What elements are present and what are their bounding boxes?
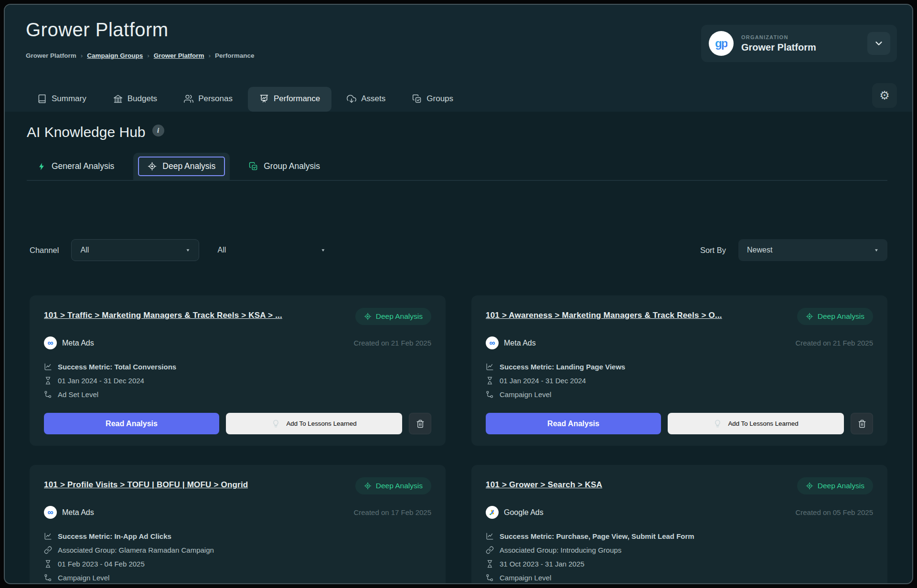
meta-ads-icon: ∞: [44, 506, 57, 519]
created-date: Created on 05 Feb 2025: [795, 508, 873, 516]
tab-summary[interactable]: Summary: [26, 87, 98, 112]
deep-analysis-badge: Deep Analysis: [355, 477, 431, 494]
analysis-cards-grid: 101 > Traffic > Marketing Managers & Tra…: [30, 295, 887, 584]
success-metric-row: Success Metric: Total Conversions: [44, 360, 431, 374]
copy-check-icon: [249, 162, 258, 171]
dropdown-arrow-icon: ▼: [186, 248, 191, 252]
dropdown-arrow-icon: ▼: [874, 248, 879, 252]
breadcrumb-separator-icon: ›: [209, 52, 211, 59]
target-icon: [806, 482, 813, 490]
chart-line-icon: [44, 532, 52, 540]
deep-analysis-badge: Deep Analysis: [355, 308, 431, 325]
channel-chip: ∞ Meta Ads: [486, 336, 536, 349]
google-ads-icon: [486, 506, 499, 519]
card-title-link[interactable]: 101 > Grower > Search > KSA: [486, 477, 602, 490]
page-title: AI Knowledge Hub: [27, 124, 146, 140]
breadcrumb-item: Grower Platform: [26, 52, 76, 59]
hierarchy-icon: [44, 390, 52, 399]
analysis-card: 101 > Grower > Search > KSA Deep Analysi…: [471, 465, 887, 584]
channel-select[interactable]: All ▼: [71, 239, 199, 261]
bank-icon: [113, 94, 123, 104]
success-metric-row: Success Metric: Landing Page Views: [486, 360, 873, 374]
hierarchy-icon: [486, 390, 494, 399]
settings-button[interactable]: ⚙: [872, 83, 897, 108]
breadcrumb-item-campaign-groups[interactable]: Campaign Groups: [87, 52, 143, 59]
trash-icon: [416, 420, 425, 428]
created-date: Created on 17 Feb 2025: [353, 508, 431, 516]
performance-panel: AI Knowledge Hub i General Analysis Deep…: [5, 124, 912, 584]
copy-check-icon: [412, 94, 422, 104]
date-range-row: 31 Oct 2023 - 31 Jan 2025: [486, 557, 873, 571]
app-window: Grower Platform Grower Platform › Campai…: [4, 4, 913, 584]
channel-label: Meta Ads: [62, 508, 94, 517]
chart-line-icon: [44, 363, 52, 371]
chart-line-icon: [486, 532, 494, 540]
meta-ads-icon: ∞: [44, 336, 57, 349]
success-metric-row: Success Metric: In-App Ad Clicks: [44, 529, 431, 543]
tab-general-analysis[interactable]: General Analysis: [27, 153, 125, 180]
tab-performance[interactable]: Performance: [248, 87, 331, 112]
read-analysis-button[interactable]: Read Analysis: [44, 413, 219, 434]
info-icon[interactable]: i: [152, 125, 164, 136]
date-range-row: 01 Jan 2024 - 31 Dec 2024: [486, 374, 873, 388]
level-row: Campaign Level: [486, 388, 873, 401]
associated-group-row: Associated Group: Introducing Groups: [486, 543, 873, 557]
channel-chip: ∞ Meta Ads: [44, 506, 94, 519]
target-icon: [364, 482, 372, 490]
target-icon: [148, 162, 157, 171]
sort-select[interactable]: Newest ▼: [738, 239, 887, 261]
read-analysis-button[interactable]: Read Analysis: [486, 413, 661, 434]
chart-line-icon: [486, 363, 494, 371]
channel-filter-label: Channel: [30, 246, 59, 255]
book-icon: [37, 94, 47, 104]
page-header: Grower Platform Grower Platform › Campai…: [5, 5, 912, 112]
hourglass-icon: [44, 377, 52, 385]
breadcrumb-item-grower-platform[interactable]: Grower Platform: [154, 52, 204, 59]
tab-assets[interactable]: Assets: [335, 87, 397, 112]
target-icon: [806, 313, 813, 320]
level-row: Campaign Level: [44, 571, 431, 584]
organization-avatar: gp: [709, 31, 734, 56]
breadcrumb: Grower Platform › Campaign Groups › Grow…: [26, 52, 255, 59]
tab-group-analysis[interactable]: Group Analysis: [238, 153, 331, 180]
level-row: Ad Set Level: [44, 388, 431, 401]
target-icon: [364, 313, 372, 320]
delete-button[interactable]: [851, 413, 873, 434]
app-title: Grower Platform: [26, 19, 255, 41]
level-row: Campaign Level: [486, 571, 873, 584]
breadcrumb-separator-icon: ›: [81, 52, 83, 59]
add-to-lessons-button[interactable]: Add To Lessons Learned: [226, 413, 402, 434]
hierarchy-icon: [486, 574, 494, 582]
breadcrumb-separator-icon: ›: [147, 52, 149, 59]
deep-analysis-badge: Deep Analysis: [797, 308, 873, 325]
meta-ads-icon: ∞: [486, 336, 499, 349]
tab-groups[interactable]: Groups: [401, 87, 465, 112]
lightbulb-icon: [713, 419, 722, 428]
tab-personas[interactable]: Personas: [172, 87, 244, 112]
secondary-filter-select[interactable]: All ▼: [209, 239, 334, 261]
organization-switcher[interactable]: gp ORGANIZATION Grower Platform: [701, 25, 897, 62]
organization-dropdown-button[interactable]: [867, 32, 890, 55]
delete-button[interactable]: [409, 413, 431, 434]
breadcrumb-item-performance: Performance: [215, 52, 255, 59]
deep-analysis-badge: Deep Analysis: [797, 477, 873, 494]
hourglass-icon: [486, 560, 494, 568]
success-metric-row: Success Metric: Purchase, Page View, Sub…: [486, 529, 873, 543]
hourglass-icon: [44, 560, 52, 568]
add-to-lessons-button[interactable]: Add To Lessons Learned: [668, 413, 844, 434]
gear-icon: ⚙: [879, 89, 890, 102]
filters-row: Channel All ▼ All ▼ Sort By Newest ▼: [30, 239, 887, 261]
tab-deep-analysis[interactable]: Deep Analysis: [138, 157, 225, 176]
associated-group-row: Associated Group: Glamera Ramadan Campai…: [44, 543, 431, 557]
organization-eyebrow: ORGANIZATION: [741, 34, 860, 40]
tab-budgets[interactable]: Budgets: [102, 87, 169, 112]
lightning-icon: [37, 162, 46, 171]
card-title-link[interactable]: 101 > Traffic > Marketing Managers & Tra…: [44, 308, 282, 320]
sort-by-label: Sort By: [700, 246, 726, 255]
main-tab-bar: Summary Budgets Personas Performance Ass…: [26, 87, 465, 112]
card-title-link[interactable]: 101 > Awareness > Marketing Managers & T…: [486, 308, 722, 320]
channel-label: Google Ads: [504, 508, 544, 517]
analysis-card: 101 > Traffic > Marketing Managers & Tra…: [30, 295, 446, 446]
lightbulb-icon: [271, 419, 280, 428]
card-title-link[interactable]: 101 > Profile Visits > TOFU | BOFU | MOF…: [44, 477, 248, 490]
